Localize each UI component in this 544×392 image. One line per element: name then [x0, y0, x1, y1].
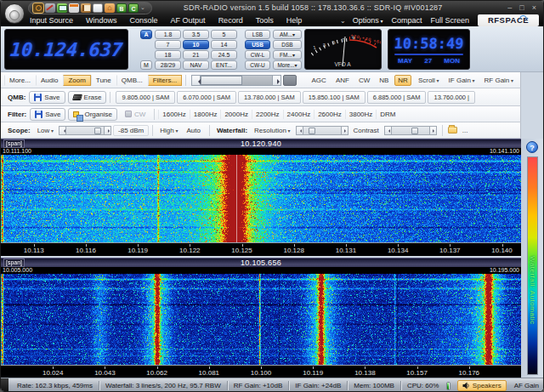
slider-thumb[interactable]	[309, 128, 315, 134]
display-icon[interactable]	[57, 3, 67, 13]
scope-level-button[interactable]: -85 dBm	[113, 125, 149, 136]
band-button[interactable]: 5	[211, 30, 237, 39]
band-button[interactable]: 18	[155, 50, 181, 60]
scrollbar-thumb[interactable]	[201, 76, 242, 85]
bandwidth-button[interactable]: 2200Hz	[252, 110, 283, 119]
toolbar-button[interactable]: QMB...	[116, 75, 148, 86]
bandwidth-button[interactable]: 2000Hz	[220, 110, 252, 119]
slider-right-icon[interactable]	[429, 126, 437, 135]
home-icon[interactable]	[105, 3, 115, 13]
menu-overflow-chevron-icon[interactable]	[340, 17, 346, 25]
contacts-icon[interactable]	[81, 3, 91, 13]
options-menu[interactable]: Options	[353, 16, 383, 25]
band-button[interactable]: 1.8	[155, 30, 181, 39]
resolution-slider[interactable]	[296, 126, 348, 135]
bandwidth-button[interactable]: DRM	[376, 110, 399, 119]
band-button[interactable]: 21	[183, 50, 209, 60]
vfo-a-button[interactable]: A	[140, 30, 152, 39]
qmb-memory-button[interactable]: 6.070.000 | SAM	[177, 91, 236, 104]
mode-menu-button[interactable]: More...	[273, 60, 302, 70]
gain-dropdown[interactable]: Scroll	[415, 75, 443, 86]
scope-high-dropdown[interactable]: High	[156, 125, 181, 136]
calendar-icon[interactable]	[69, 3, 79, 13]
filter-save-button[interactable]: Save	[30, 108, 65, 121]
scrollbar-track[interactable]	[201, 75, 272, 86]
tools-icon[interactable]	[45, 3, 55, 13]
toolbar-button[interactable]: Audio	[36, 75, 63, 86]
filter-organise-button[interactable]: Organise	[68, 108, 116, 121]
bandwidth-button[interactable]: 1600Hz	[158, 110, 190, 119]
band-button[interactable]: ENT...	[211, 60, 237, 70]
mode-button[interactable]: CW-U	[245, 60, 270, 70]
preset-b-icon[interactable]: B	[116, 3, 127, 13]
gain-dropdown[interactable]: RF Gain	[481, 75, 517, 86]
qmb-memory-button[interactable]: 6.885.000 | SAM	[367, 91, 427, 104]
upper-frequency-scale[interactable]: 10.11310.11610.11910.12210.12510.12810.1…	[1, 242, 521, 256]
menu-item[interactable]: Record	[218, 16, 243, 25]
bandwidth-button[interactable]: 2600Hz	[314, 110, 345, 119]
bandwidth-button[interactable]: 2400Hz	[283, 110, 314, 119]
menu-item[interactable]: Windows	[86, 16, 117, 25]
dsp-toggle[interactable]: CW	[355, 75, 373, 86]
menu-item[interactable]: AF Output	[171, 16, 206, 25]
lower-waterfall-canvas[interactable]	[1, 274, 521, 365]
waterfall-resolution-dropdown[interactable]: Resolution	[251, 125, 294, 136]
band-button[interactable]: 28/29	[155, 60, 181, 70]
mode-menu-button[interactable]: FM...	[273, 50, 302, 60]
slider-left-icon[interactable]	[59, 126, 66, 135]
bandwidth-button[interactable]: 3800Hz	[345, 110, 377, 119]
mode-button[interactable]: CW-L	[245, 50, 270, 60]
memory-button[interactable]: M	[140, 60, 152, 70]
slider-left-icon[interactable]	[296, 126, 303, 135]
qmb-memory-button[interactable]: 13.760.000 |	[428, 91, 475, 104]
toolbar-button[interactable]: Filters...	[148, 75, 182, 86]
fullscreen-button[interactable]: Full Screen	[430, 16, 469, 25]
folder-icon[interactable]	[448, 127, 457, 134]
frequency-scrollbar[interactable]	[191, 75, 281, 86]
slider-right-icon[interactable]	[341, 126, 348, 135]
restore-button[interactable]: □	[519, 2, 524, 14]
dsp-toggle[interactable]: AGC	[309, 75, 330, 86]
dsp-toggle[interactable]: NR	[394, 75, 411, 86]
band-button[interactable]: 7	[155, 40, 181, 49]
upper-waterfall-canvas[interactable]	[1, 155, 521, 242]
scroll-right-icon[interactable]	[272, 75, 281, 86]
slider-track[interactable]	[392, 126, 429, 135]
app-menu-orb[interactable]	[4, 3, 25, 24]
slider-left-icon[interactable]	[384, 126, 392, 135]
speakers-button[interactable]: Speakers	[457, 380, 507, 391]
gain-dropdown[interactable]: IF Gain	[445, 75, 479, 86]
scroll-left-icon[interactable]	[191, 75, 201, 86]
menu-item[interactable]: Console	[130, 16, 158, 25]
mode-menu-button[interactable]: AM...	[273, 30, 302, 39]
band-button[interactable]: 10	[183, 40, 209, 49]
preset-c-icon[interactable]: C	[128, 3, 139, 13]
lower-frequency-scale[interactable]: 10.02410.04310.06210.08110.10010.11910.1…	[1, 365, 521, 378]
toolbar-button[interactable]: Tune	[91, 75, 116, 86]
dsp-toggle[interactable]: NB	[376, 75, 392, 86]
scope-low-dropdown[interactable]: Low	[34, 125, 57, 136]
slider-track[interactable]	[66, 126, 104, 135]
minimize-button[interactable]: –	[507, 2, 512, 14]
band-button[interactable]: 14	[211, 40, 237, 49]
scope-more-button[interactable]: ...	[459, 125, 472, 136]
band-button[interactable]: NAV	[183, 60, 209, 70]
quick-access-overflow-icon[interactable]	[140, 4, 147, 11]
slider-thumb[interactable]	[94, 128, 101, 134]
qmb-erase-button[interactable]: Erase	[68, 91, 107, 104]
slider-right-icon[interactable]	[104, 126, 111, 135]
scope-low-slider[interactable]	[59, 126, 111, 135]
mode-button[interactable]: USB	[245, 40, 270, 49]
menu-item[interactable]: Help	[286, 16, 303, 25]
waterfall-colorbar[interactable]: Waterfall: Automatic	[527, 156, 538, 375]
slider-thumb[interactable]	[411, 128, 418, 134]
document-icon[interactable]	[93, 3, 103, 13]
power-icon[interactable]	[33, 3, 43, 13]
mode-menu-button[interactable]: DSB	[273, 40, 302, 49]
band-button[interactable]: 3.5	[183, 30, 209, 39]
dsp-toggle[interactable]: ANF	[332, 75, 353, 86]
compact-button[interactable]: Compact	[391, 16, 422, 25]
qmb-save-button[interactable]: Save	[29, 91, 65, 104]
help-icon[interactable]: ?	[526, 141, 538, 153]
scope-auto-button[interactable]: Auto	[181, 125, 205, 136]
